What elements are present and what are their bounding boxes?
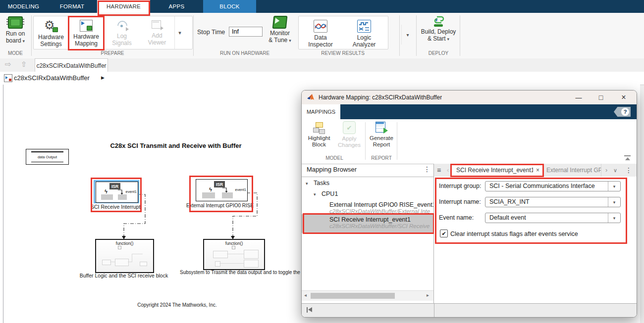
fn1-caption: Buffer Logic and the SCI receive block [79,273,168,278]
tab-external-interrupt[interactable]: External Interrupt GP [542,164,601,177]
toolstrip: Run on board▾ MODE ⚙ Hardware Settings H… [0,13,644,59]
fn2-subsystem-block[interactable]: function() [203,239,265,270]
skip-to-start-icon[interactable] [307,307,313,313]
event-name-select[interactable]: Default event ▾ [485,213,621,223]
dropdown-icon: ▾ [406,32,409,38]
tab-hardware[interactable]: HARDWARE [97,0,150,13]
clear-interrupt-checkbox-label: Clear interrupt status flags after event… [450,231,578,237]
interrupt-group-select[interactable]: SCI - Serial Communications Interface ▾ [485,181,621,191]
hardware-settings-button[interactable]: ⚙ Hardware Settings [34,16,68,49]
build-deploy-icon [432,16,445,28]
ribbon-tab-bar: MODELING FORMAT HARDWARE APPS BLOCK [0,0,644,13]
review-results-overflow-button[interactable]: ▾ [401,25,414,45]
tab-block[interactable]: BLOCK [203,0,256,13]
horizontal-scrollbar[interactable]: ◂ ▸ [302,290,433,301]
tree-item-sci-receive[interactable]: SCI Receive Interrupt_event1 [329,216,411,223]
combo-arrow-icon: ▾ [608,182,620,191]
event-port-label: event1 [235,187,246,192]
chevron-down-icon[interactable]: ∨ [613,167,617,174]
hardware-mapping-dialog: Hardware Mapping: c28xSCIRxDataWithBuffe… [301,90,637,318]
data-output-block[interactable]: data Output [26,149,69,165]
review-results-gallery: Data Inspector Logic Analyzer [298,16,388,49]
combo-arrow-icon: ▾ [608,197,620,207]
event-name-label: Event name: [439,214,474,221]
tab-modeling[interactable]: MODELING [0,0,47,13]
close-button[interactable]: × [614,91,634,104]
generate-report-button[interactable]: Generate Report [367,121,396,148]
fn1-header: function() [96,241,153,246]
maximize-button[interactable]: □ [592,91,610,104]
prepare-section-label: PREPARE [33,50,192,57]
stop-time-input[interactable] [229,27,263,37]
collapse-ribbon-icon[interactable] [624,155,632,161]
copyright-text: Copyright 2024 The Mathworks, Inc. [124,302,230,308]
clear-interrupt-checkbox[interactable]: ✔ [440,230,448,237]
model-section-label: MODEL [305,155,364,161]
detail-form: Interrupt group: SCI - Serial Communicat… [434,177,637,303]
minimize-button[interactable]: — [570,91,588,104]
dialog-toolbar: Highlight Block ✔ Apply Changes Generate… [302,119,637,164]
isr2-block[interactable]: ISR ϟ event1 [196,179,248,201]
tab-apps[interactable]: APPS [150,0,203,13]
caret-down-icon[interactable]: ▾ [306,181,308,186]
build-deploy-start-button[interactable]: Build, Deploy & Start▾ [419,15,458,43]
up-arrow-icon[interactable]: ⇧ [21,60,27,69]
log-signals-button[interactable]: Log Signals [104,16,140,49]
highlight-block-button[interactable]: Highlight Block [305,121,333,148]
tab-sci-receive-interrupt[interactable]: SCI Receive Interrupt_event1 × [452,164,542,177]
dropdown-icon: ▾ [447,37,450,42]
tree-item-path: c28xSCIRxDataWithBuffer/External Inte [329,208,430,214]
data-inspector-button[interactable]: Data Inspector [299,16,342,49]
apply-changes-button[interactable]: ✔ Apply Changes [334,121,364,148]
log-signals-icon [115,20,128,32]
data-inspector-icon [314,20,327,33]
interrupt-name-select[interactable]: SCIA_RX_INT ▾ [485,197,621,207]
panel-menu-icon[interactable]: ⋮ [424,165,430,173]
hamburger-icon[interactable]: ≡ [437,166,441,174]
help-icon: ? [621,108,629,116]
mapping-tree[interactable]: ▾ Tasks ▾ CPU1 External Interrupt GPIO0 … [302,177,434,290]
detail-panel: ≡ ‹ SCI Receive Interrupt_event1 × Exter… [434,164,637,303]
tab-menu-icon[interactable]: ⋮ [625,166,632,174]
chevron-left-icon[interactable]: ‹ [447,166,449,174]
scroll-right-icon[interactable]: ▸ [427,292,429,298]
tree-item-cpu1[interactable]: CPU1 [322,190,338,197]
prepare-overflow-button[interactable]: ▾ [174,16,185,49]
dropdown-icon: ▾ [23,39,25,44]
logic-analyzer-button[interactable]: Logic Analyzer [342,16,386,49]
mappings-tab[interactable]: MAPPINGS [302,104,340,119]
tree-item-tasks[interactable]: Tasks [314,180,329,186]
trigger-port [232,246,235,249]
generate-report-icon [375,121,388,134]
fn1-subsystem-block[interactable]: function() [95,239,154,273]
scrollbar-thumb[interactable] [311,293,395,299]
run-on-board-button[interactable]: Run on board▾ [1,15,30,45]
combo-arrow-icon: ▾ [608,213,620,223]
run-on-hardware-section-label: RUN ON HARDWARE [194,50,295,57]
breadcrumb-arrow-icon[interactable]: ▶ [101,75,105,80]
help-button[interactable]: ? [614,107,631,117]
add-viewer-button[interactable]: Add Viewer [140,16,174,49]
dialog-ribbon: MAPPINGS ? [302,104,637,119]
chevron-right-icon[interactable]: › [605,166,607,174]
forward-arrow-icon[interactable]: ⇨ [5,60,11,69]
data-output-label: data Output [26,149,68,164]
mode-section-label: MODE [0,50,31,57]
tab-close-icon[interactable]: × [536,167,539,174]
apply-changes-icon: ✔ [343,121,356,134]
model-title: C28x SCI Transmit and Receive with Buffe… [89,142,263,149]
dialog-title-bar[interactable]: Hardware Mapping: c28xSCIRxDataWithBuffe… [302,91,637,105]
caret-down-icon[interactable]: ▾ [314,192,316,197]
monitor-tune-button[interactable]: Monitor & Tune▾ [264,15,296,44]
hardware-mapping-button[interactable]: Hardware Mapping [68,16,104,49]
tab-format[interactable]: FORMAT [47,0,97,13]
isr1-block[interactable]: ISR ϟ event1 [96,182,138,203]
check-icon: ✔ [441,231,446,237]
scroll-left-icon[interactable]: ◂ [304,292,307,298]
gear-icon: ⚙ [44,19,58,33]
document-tab[interactable]: c28xSCIRxDataWithBuffer [35,58,108,72]
logic-analyzer-icon [357,20,371,33]
breadcrumb-model[interactable]: c28xSCIRxDataWithBuffer [14,74,90,82]
dialog-title: Hardware Mapping: c28xSCIRxDataWithBuffe… [319,94,442,101]
tree-item-external-interrupt[interactable]: External Interrupt GPIO0 RISE_event1 [329,201,434,208]
